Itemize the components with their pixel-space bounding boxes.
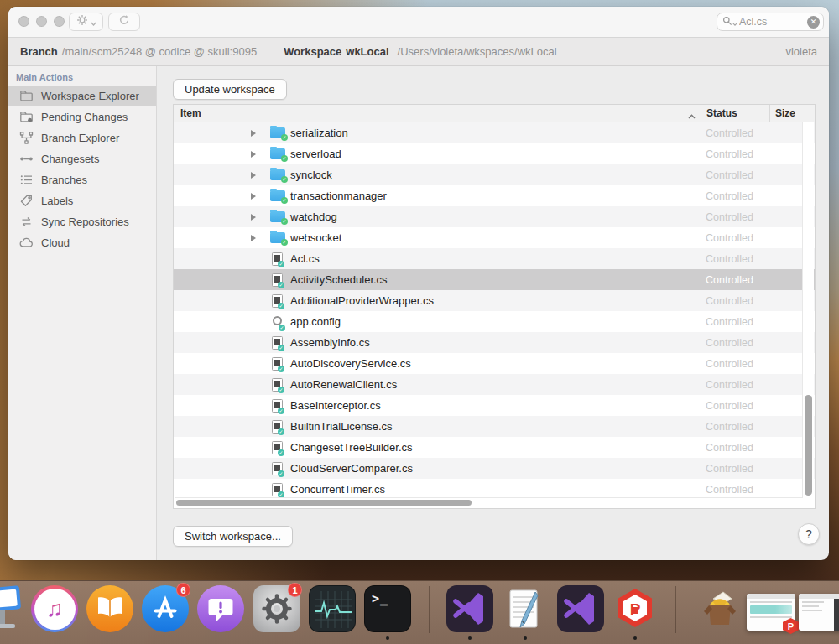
table-row[interactable]: serialization Controlled (174, 122, 815, 143)
list-icon (19, 173, 34, 187)
dock-minimized-window-2[interactable] (799, 585, 839, 632)
folder-icon (19, 89, 34, 103)
music-note-icon: ♫ (46, 596, 63, 622)
column-header-size[interactable]: Size (769, 105, 815, 122)
visual-studio-logo-icon (446, 585, 493, 632)
item-name: serialization (290, 127, 348, 139)
sidebar-item-sync-repositories[interactable]: Sync Repositories (8, 211, 156, 232)
table-row[interactable]: BuiltinTrialLicense.cs Controlled (174, 416, 815, 437)
heartbeat-waveform-icon (310, 586, 356, 632)
dock-system-preferences-icon[interactable]: 1 (253, 585, 300, 632)
sync-icon (19, 215, 34, 229)
dock-keynote-icon[interactable] (0, 585, 30, 632)
dock-separator (675, 586, 676, 633)
minimize-button[interactable] (36, 16, 47, 27)
dock-minimized-window-plastic[interactable]: P (747, 585, 794, 632)
sidebar-item-branch-explorer[interactable]: Branch Explorer (8, 127, 156, 148)
dock-visual-studio-icon[interactable] (446, 585, 493, 632)
item-name: transactionmanager (290, 190, 387, 202)
refresh-button[interactable] (108, 13, 140, 31)
sidebar-item-workspace-explorer[interactable]: Workspace Explorer (8, 86, 156, 106)
table-row[interactable]: BaseInterceptor.cs Controlled (174, 395, 815, 416)
disclosure-triangle-icon[interactable] (248, 193, 258, 200)
table-row[interactable]: synclock Controlled (174, 164, 815, 185)
table-row[interactable]: CloudServerComparer.cs Controlled (174, 458, 815, 479)
search-input[interactable] (739, 16, 798, 28)
table-row[interactable]: websocket Controlled (174, 227, 815, 248)
sidebar-item-label: Pending Changes (41, 111, 128, 123)
disclosure-triangle-icon[interactable] (248, 130, 258, 137)
item-status: Controlled (701, 311, 769, 332)
sidebar: Main Actions Workspace ExplorerPending C… (8, 66, 157, 560)
sidebar-item-branches[interactable]: Branches (8, 169, 156, 190)
dock-activity-monitor-icon[interactable] (309, 585, 356, 632)
dock-app-store-icon[interactable]: 6 (142, 585, 189, 632)
zoom-button[interactable] (54, 16, 65, 27)
table-row[interactable]: AutoRenewalClient.cs Controlled (174, 374, 815, 395)
table-row[interactable]: watchdog Controlled (174, 206, 815, 227)
dock-plastic-scm-icon[interactable]: P (612, 585, 659, 632)
table-row[interactable]: app.config Controlled (174, 311, 815, 332)
item-status: Controlled (701, 269, 769, 290)
table-row[interactable]: serverload Controlled (174, 143, 815, 164)
item-status: Controlled (701, 290, 769, 311)
item-name: ActivityScheduler.cs (290, 273, 388, 286)
table-row[interactable]: Acl.cs Controlled (174, 248, 815, 269)
table-row[interactable]: ChangesetTreeBuilder.cs Controlled (174, 437, 815, 458)
column-header-status[interactable]: Status (701, 105, 769, 122)
running-indicator (386, 636, 389, 640)
window-body: Main Actions Workspace ExplorerPending C… (8, 66, 829, 560)
item-name: synclock (290, 169, 332, 181)
close-button[interactable] (18, 16, 29, 27)
actions-menu-button[interactable] (69, 13, 103, 31)
item-status: Controlled (701, 143, 769, 164)
help-button[interactable]: ? (798, 523, 820, 545)
dock-visual-studio-2-icon[interactable] (557, 585, 604, 632)
sidebar-item-labels[interactable]: Labels (8, 190, 156, 211)
dock-feedback-assistant-icon[interactable] (197, 585, 244, 632)
item-type-icon (270, 211, 285, 222)
disclosure-triangle-icon[interactable] (248, 172, 258, 179)
table-rows: serialization Controlled serverload Cont… (174, 122, 815, 500)
vertical-scrollbar-thumb[interactable] (805, 395, 812, 496)
update-workspace-button[interactable]: Update workspace (173, 79, 287, 100)
running-indicator (524, 636, 527, 640)
table-row[interactable]: AssemblyInfo.cs Controlled (174, 332, 815, 353)
sidebar-item-label: Branch Explorer (41, 132, 119, 144)
item-type-icon (272, 378, 283, 392)
item-status: Controlled (701, 374, 769, 395)
table-row[interactable]: ActivityScheduler.cs Controlled (174, 269, 815, 290)
item-type-icon (270, 127, 285, 138)
dock-itunes-icon[interactable]: ♫ (31, 585, 78, 632)
search-field[interactable]: ✕ (717, 13, 824, 31)
dock-textedit-icon[interactable] (502, 585, 549, 632)
plastic-scm-window: ✕ Branch /main/scm25248 @ codice @ skull… (8, 7, 829, 560)
search-icon (722, 14, 732, 29)
sidebar-item-pending-changes[interactable]: Pending Changes (8, 106, 156, 127)
disclosure-triangle-icon[interactable] (248, 214, 258, 221)
desktop: { "window": { "titlebar": { "search": { … (0, 0, 839, 644)
column-header-item[interactable]: Item (174, 105, 701, 122)
dock-archive-box-icon[interactable] (696, 585, 743, 632)
table-row[interactable]: transactionmanager Controlled (174, 185, 815, 206)
horizontal-scrollbar-thumb[interactable] (176, 500, 472, 506)
dock-books-icon[interactable] (86, 585, 133, 632)
sidebar-item-changesets[interactable]: Changesets (8, 148, 156, 169)
disclosure-triangle-icon[interactable] (248, 151, 258, 158)
disclosure-triangle-icon[interactable] (248, 235, 258, 242)
item-status: Controlled (701, 185, 769, 206)
dock-terminal-icon[interactable]: >_ (364, 585, 411, 632)
item-name: watchdog (290, 210, 337, 223)
minimized-window-thumbnail (799, 594, 839, 631)
table-row[interactable]: AutoDiscoveryService.cs Controlled (174, 353, 815, 374)
clear-search-icon[interactable]: ✕ (807, 16, 820, 29)
traffic-lights (18, 16, 65, 27)
table-row[interactable]: AdditionalProviderWrapper.cs Controlled (174, 290, 815, 311)
vertical-scrollbar[interactable] (802, 122, 814, 498)
sidebar-item-label: Changesets (41, 153, 99, 165)
repository-info-bar: Branch /main/scm25248 @ codice @ skull:9… (8, 38, 829, 66)
switch-workspace-button[interactable]: Switch workspace... (173, 526, 293, 547)
item-status: Controlled (701, 353, 769, 374)
sidebar-item-cloud[interactable]: Cloud (8, 232, 156, 253)
horizontal-scrollbar[interactable] (175, 497, 803, 507)
